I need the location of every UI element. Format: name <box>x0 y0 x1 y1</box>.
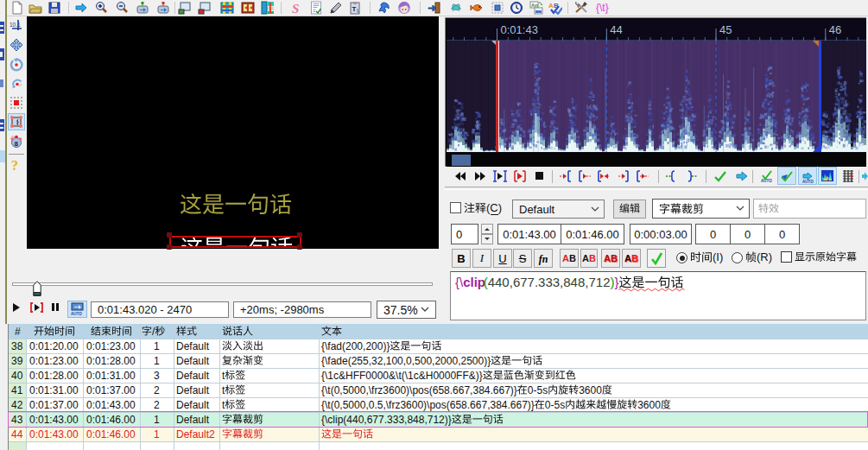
svg-text:t: t <box>222 399 225 411</box>
svg-text:An: An <box>531 3 538 8</box>
svg-text:{\clip(440,677.333,848,712)}: {\clip(440,677.333,848,712)} <box>321 414 452 426</box>
svg-text:{\fad(200,200)}: {\fad(200,200)} <box>321 340 390 352</box>
svg-text:AUTO: AUTO <box>761 179 772 183</box>
svg-text:0-5s: 0-5s <box>528 384 548 396</box>
svg-text:AUTO: AUTO <box>802 180 814 184</box>
svg-text:(R): (R) <box>757 250 772 263</box>
svg-text:S: S <box>292 2 299 15</box>
svg-text:T: T <box>352 5 357 13</box>
svg-text:/: / <box>152 326 155 338</box>
svg-text:0-5s: 0-5s <box>545 399 565 411</box>
svg-text:3600: 3600 <box>637 399 661 411</box>
svg-text:}: } <box>615 275 619 289</box>
svg-text:(C): (C) <box>486 201 502 214</box>
svg-text:8: 8 <box>15 140 19 148</box>
svg-text:clip: clip <box>463 275 485 289</box>
svg-text:t: t <box>222 370 225 382</box>
svg-text:{\t(0,5000,\frz3600)\pos(658.6: {\t(0,5000,\frz3600)\pos(658.667,384.667… <box>321 384 517 396</box>
svg-text:{\fade(255,32,100,0,500,2000,2: {\fade(255,32,100,0,500,2000,2500)} <box>321 355 491 367</box>
svg-text:(I): (I) <box>713 250 723 263</box>
svg-text:44: 44 <box>610 23 622 36</box>
svg-text:{\t(0,5000,0.5,\frz3600)\pos(6: {\t(0,5000,0.5,\frz3600)\pos(658.667,384… <box>321 399 535 411</box>
svg-text:10.1: 10.1 <box>10 22 21 28</box>
svg-text:46: 46 <box>829 23 841 36</box>
svg-text:t: t <box>222 384 225 396</box>
svg-text:A: A <box>849 172 853 179</box>
svg-text:{\1c&HFF0000&\t(\1c&H0000FF&)}: {\1c&HFF0000&\t(\1c&H0000FF&)} <box>321 370 483 382</box>
svg-text:AUTO: AUTO <box>71 312 82 316</box>
svg-text:440,677.333,848,712: 440,677.333,848,712 <box>488 275 611 289</box>
svg-text:0:01:43: 0:01:43 <box>501 23 538 36</box>
svg-text:3600: 3600 <box>579 384 602 396</box>
svg-text:45: 45 <box>719 23 732 36</box>
